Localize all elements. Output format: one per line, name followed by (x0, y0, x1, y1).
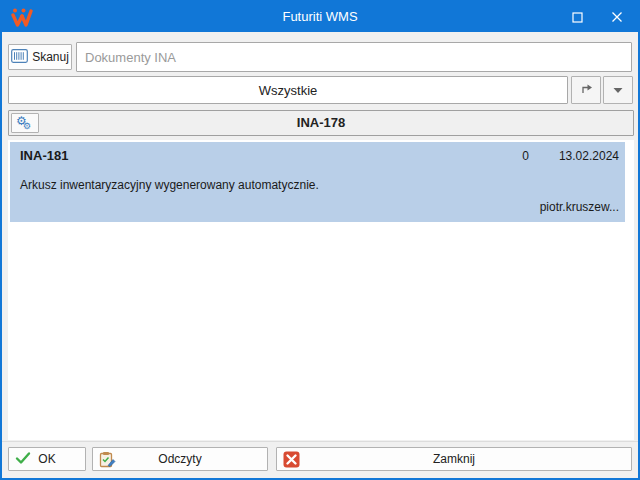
close-button[interactable] (600, 2, 634, 32)
document-description: Arkusz inwentaryzacyjny wygenerowany aut… (20, 178, 319, 192)
red-x-icon (283, 451, 300, 471)
clipboard-check-icon (99, 451, 116, 471)
document-user: piotr.kruszew... (540, 200, 619, 214)
scan-button[interactable]: Skanuj (8, 44, 72, 70)
filter-combobox[interactable]: Wszystkie (8, 76, 568, 104)
titlebar: Futuriti WMS (2, 2, 638, 32)
forward-arrow-button[interactable] (571, 76, 601, 104)
filter-value: Wszystkie (259, 83, 318, 98)
document-date: 13.02.2024 (559, 149, 619, 163)
dropdown-button[interactable] (603, 76, 633, 104)
check-icon (15, 451, 31, 468)
maximize-button[interactable] (560, 2, 594, 32)
document-code: INA-181 (20, 148, 68, 163)
footer-bar: OK Odczyty Zamknij (2, 441, 638, 478)
close-dialog-button[interactable]: Zamknij (276, 447, 632, 471)
readings-button[interactable]: Odczyty (92, 447, 268, 471)
list-header: ⚙ ⚙ INA-178 (8, 110, 634, 136)
app-window: Futuriti WMS Skanuj Wszystkie (0, 0, 640, 480)
forward-arrow-icon (579, 82, 593, 98)
list-item[interactable]: INA-181 0 13.02.2024 Arkusz inwentaryzac… (10, 142, 625, 222)
readings-button-label: Odczyty (158, 452, 201, 466)
list-header-title: INA-178 (9, 111, 633, 135)
barcode-icon (11, 49, 28, 66)
scan-button-label: Skanuj (32, 50, 69, 64)
document-list[interactable]: INA-181 0 13.02.2024 Arkusz inwentaryzac… (8, 140, 634, 440)
ok-button-label: OK (38, 452, 55, 466)
document-count: 0 (522, 149, 529, 163)
ok-button[interactable]: OK (8, 447, 86, 471)
window-title: Futuriti WMS (2, 2, 638, 32)
chevron-down-icon (613, 83, 623, 97)
search-input[interactable] (76, 42, 632, 72)
close-dialog-button-label: Zamknij (433, 452, 475, 466)
